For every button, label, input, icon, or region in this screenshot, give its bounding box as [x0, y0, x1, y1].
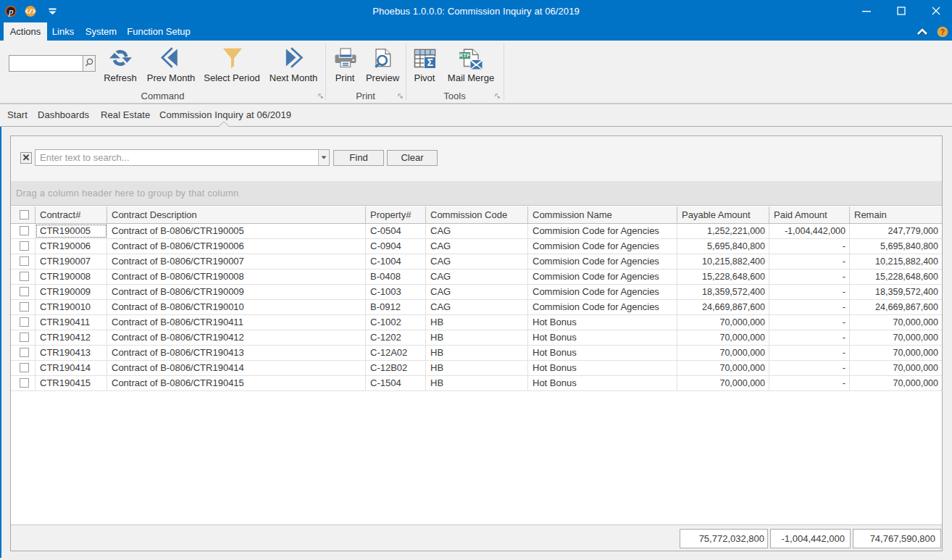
svg-text:p: p — [8, 6, 14, 17]
svg-text:Σ: Σ — [427, 57, 433, 68]
svg-text:RTF: RTF — [459, 53, 470, 58]
svg-text:?: ? — [940, 28, 945, 36]
